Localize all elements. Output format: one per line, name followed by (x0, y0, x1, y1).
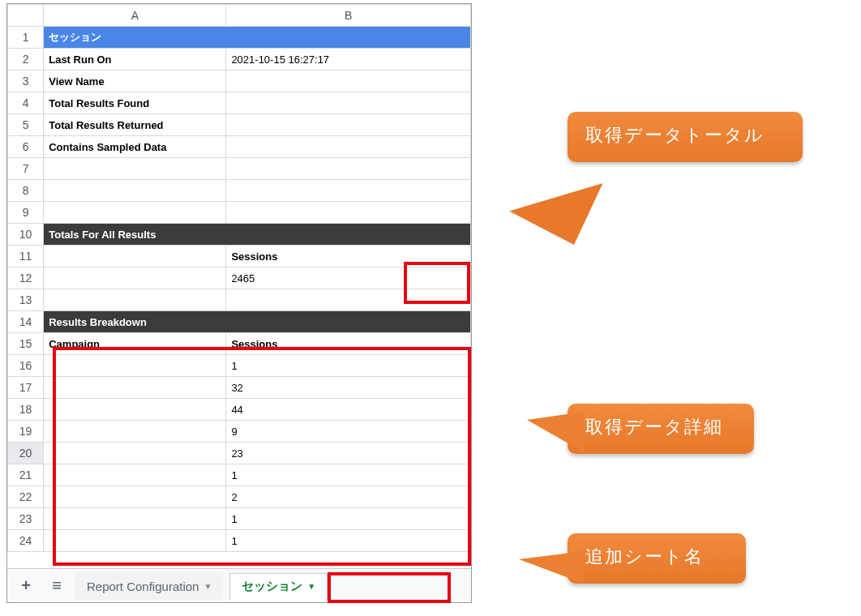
sheet-tab-report-configuration[interactable]: Report Configuration ▼ (75, 572, 223, 600)
table-row: 9 (8, 202, 471, 224)
row-header[interactable]: 23 (8, 508, 44, 530)
cell[interactable]: 2021-10-15 16:27:17 (226, 49, 471, 71)
cell[interactable]: Sessions (226, 246, 471, 267)
cell[interactable] (226, 136, 471, 158)
cell[interactable] (44, 246, 226, 267)
table-row: 4Total Results Found (8, 92, 471, 114)
cell[interactable] (226, 289, 471, 311)
row-header[interactable]: 10 (8, 224, 44, 246)
row-header[interactable]: 21 (8, 464, 44, 486)
table-row: 8 (8, 180, 471, 202)
row-header[interactable]: 19 (8, 421, 44, 443)
row-header[interactable]: 15 (8, 333, 44, 355)
row-header[interactable]: 1 (8, 27, 44, 49)
sheet-tab-label: Report Configuration (87, 580, 199, 593)
cell[interactable]: 9 (226, 421, 471, 443)
cell[interactable] (44, 267, 226, 289)
cell[interactable]: Totals For All Results (44, 224, 471, 246)
row-header[interactable]: 5 (8, 114, 44, 136)
cell[interactable]: 2465 (226, 267, 471, 289)
cell[interactable] (44, 486, 226, 508)
table-row: 14Results Breakdown (8, 311, 471, 333)
table-row: 15CampaignSessions (8, 333, 471, 355)
row-header[interactable]: 2 (8, 49, 44, 71)
row-header[interactable]: 12 (8, 267, 44, 289)
cell[interactable] (44, 399, 226, 421)
row-header[interactable]: 16 (8, 355, 44, 377)
cell[interactable] (44, 158, 226, 180)
cell[interactable] (44, 202, 226, 224)
row-header[interactable]: 4 (8, 92, 44, 114)
select-all-corner[interactable] (8, 5, 44, 27)
row-header[interactable]: 6 (8, 136, 44, 158)
callout-total: 取得データトータル (568, 112, 803, 162)
table-row: 11Sessions (8, 246, 471, 267)
cell[interactable]: 1 (226, 464, 471, 486)
row-header[interactable]: 11 (8, 246, 44, 267)
add-sheet-button[interactable]: + (14, 574, 38, 598)
sheet-tab-label: セッション (242, 579, 302, 594)
chevron-down-icon: ▼ (307, 582, 315, 591)
row-header[interactable]: 3 (8, 71, 44, 92)
row-header[interactable]: 24 (8, 530, 44, 552)
table-row: 2023 (8, 443, 471, 464)
cell[interactable] (44, 508, 226, 530)
cell[interactable] (226, 114, 471, 136)
table-row: 1セッション (8, 27, 471, 49)
table-row: 6Contains Sampled Data (8, 136, 471, 158)
cell[interactable] (226, 158, 471, 180)
table-row: 222 (8, 486, 471, 508)
cell[interactable]: Results Breakdown (44, 311, 471, 333)
cell[interactable] (226, 92, 471, 114)
cell[interactable]: 2 (226, 486, 471, 508)
row-header[interactable]: 22 (8, 486, 44, 508)
cell[interactable]: 1 (226, 508, 471, 530)
cell[interactable] (44, 289, 226, 311)
grid-area[interactable]: A B 1セッション2Last Run On2021-10-15 16:27:1… (7, 4, 471, 568)
cell[interactable]: Total Results Found (44, 92, 226, 114)
cell[interactable]: 44 (226, 399, 471, 421)
table-row: 1844 (8, 399, 471, 421)
cell[interactable] (44, 421, 226, 443)
cell[interactable]: セッション (44, 27, 471, 49)
all-sheets-menu-button[interactable]: ≡ (45, 574, 69, 598)
cell[interactable]: Last Run On (44, 49, 226, 71)
chevron-down-icon: ▼ (203, 582, 212, 591)
column-header-A[interactable]: A (44, 5, 226, 27)
cell[interactable]: Campaign (44, 333, 226, 355)
spreadsheet-grid: A B 1セッション2Last Run On2021-10-15 16:27:1… (7, 4, 471, 552)
cell[interactable]: View Name (44, 71, 226, 92)
row-header[interactable]: 13 (8, 289, 44, 311)
table-row: 199 (8, 421, 471, 443)
sheet-tab-session[interactable]: セッション ▼ (229, 573, 328, 601)
table-row: 122465 (8, 267, 471, 289)
cell[interactable] (226, 71, 471, 92)
cell[interactable]: Sessions (226, 333, 471, 355)
cell[interactable]: 32 (226, 377, 471, 399)
cell[interactable] (44, 180, 226, 202)
cell[interactable]: 1 (226, 355, 471, 377)
column-header-B[interactable]: B (226, 5, 471, 27)
row-header[interactable]: 20 (8, 443, 44, 464)
cell[interactable] (226, 202, 471, 224)
cell[interactable] (44, 355, 226, 377)
cell[interactable]: Total Results Returned (44, 114, 226, 136)
row-header[interactable]: 8 (8, 180, 44, 202)
cell[interactable] (44, 377, 226, 399)
row-header[interactable]: 17 (8, 377, 44, 399)
cell[interactable] (44, 443, 226, 464)
row-header[interactable]: 9 (8, 202, 44, 224)
cell[interactable]: Contains Sampled Data (44, 136, 226, 158)
callout-tabname: 追加シート名 (568, 533, 746, 584)
cell[interactable]: 23 (226, 443, 471, 464)
cell[interactable]: 1 (226, 530, 471, 552)
row-header[interactable]: 14 (8, 311, 44, 333)
row-header[interactable]: 7 (8, 158, 44, 180)
cell[interactable] (44, 530, 226, 552)
table-row: 2Last Run On2021-10-15 16:27:17 (8, 49, 471, 71)
sheet-tab-bar: + ≡ Report Configuration ▼ セッション ▼ (7, 568, 471, 602)
cell[interactable] (226, 180, 471, 202)
cell[interactable] (44, 464, 226, 486)
row-header[interactable]: 18 (8, 399, 44, 421)
table-row: 10Totals For All Results (8, 224, 471, 246)
